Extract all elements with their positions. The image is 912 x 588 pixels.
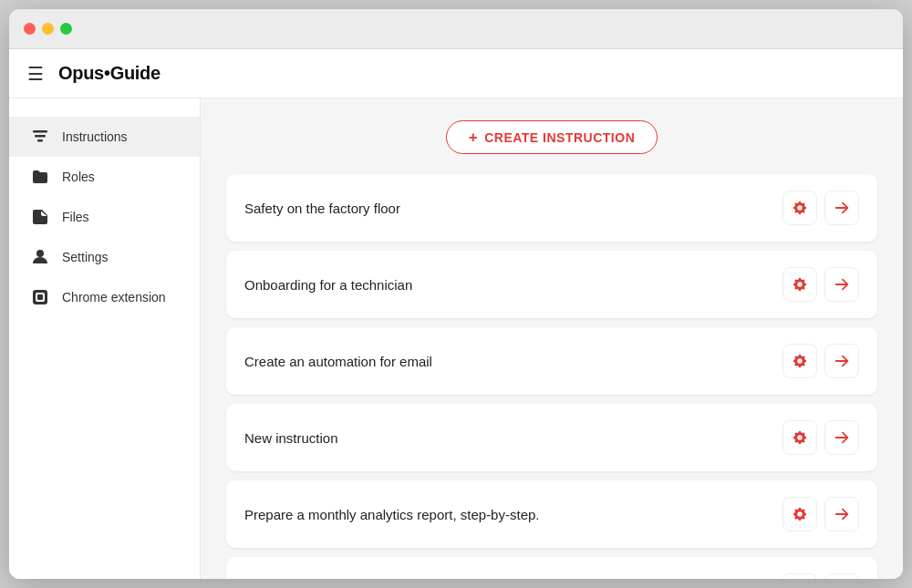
create-instruction-button[interactable]: + CREATE INSTRUCTION [446, 120, 658, 154]
instruction-open-button[interactable] [824, 191, 859, 225]
instruction-card: New instruction [226, 404, 877, 471]
instruction-card: Onboarding for a technician [226, 251, 877, 318]
filter-icon [31, 128, 49, 146]
sidebar-item-files[interactable]: Files [9, 197, 200, 237]
card-actions [782, 267, 859, 302]
close-button[interactable] [24, 23, 36, 35]
app-logo: Opus•Guide [58, 63, 161, 84]
instruction-card: Prepare a monthly analytics report, step… [226, 480, 877, 548]
instruction-open-button[interactable] [824, 420, 859, 455]
card-actions [782, 420, 859, 455]
instruction-settings-button[interactable] [782, 344, 817, 378]
sidebar-label-settings: Settings [62, 250, 109, 264]
card-actions [782, 573, 859, 579]
chrome-icon [31, 288, 49, 306]
sidebar: Instructions Roles Files [9, 98, 201, 579]
instruction-title: Create an automation for email [244, 354, 432, 369]
card-actions [782, 191, 859, 225]
sidebar-label-files: Files [62, 210, 89, 224]
create-button-label: CREATE INSTRUCTION [484, 130, 635, 145]
instruction-list: Safety on the factory floor Onboarding f… [226, 174, 877, 579]
instruction-title: Safety on the factory floor [244, 201, 400, 216]
instruction-card: Safety on the factory floor [226, 174, 877, 242]
instruction-card: Onboarding: Engineer [226, 557, 877, 579]
sidebar-label-chrome-extension: Chrome extension [62, 290, 166, 304]
logo-text-opus: Opus [58, 63, 104, 83]
svg-point-3 [36, 250, 44, 257]
sidebar-item-chrome-extension[interactable]: Chrome extension [9, 277, 200, 317]
app-window: ☰ Opus•Guide Instructions [9, 9, 903, 579]
instruction-settings-button[interactable] [782, 267, 817, 302]
sidebar-label-instructions: Instructions [62, 129, 128, 144]
instruction-open-button[interactable] [824, 267, 859, 302]
person-icon [31, 248, 49, 266]
instruction-card: Create an automation for email [226, 327, 877, 395]
svg-rect-6 [37, 294, 43, 300]
instruction-settings-button[interactable] [782, 573, 817, 579]
sidebar-item-roles[interactable]: Roles [9, 157, 200, 197]
card-actions [782, 497, 859, 531]
svg-rect-1 [35, 135, 46, 138]
hamburger-icon[interactable]: ☰ [27, 63, 44, 85]
card-actions [782, 344, 859, 378]
plus-icon: + [469, 129, 478, 145]
top-nav: ☰ Opus•Guide [9, 49, 903, 98]
maximize-button[interactable] [60, 23, 72, 35]
content-area: + CREATE INSTRUCTION Safety on the facto… [201, 98, 903, 579]
instruction-title: Prepare a monthly analytics report, step… [244, 507, 539, 522]
sidebar-item-settings[interactable]: Settings [9, 237, 200, 277]
title-bar [9, 9, 903, 49]
logo-text-guide: Guide [110, 63, 161, 83]
traffic-lights [24, 23, 72, 35]
sidebar-label-roles: Roles [62, 170, 95, 184]
create-button-wrapper: + CREATE INSTRUCTION [226, 120, 877, 154]
svg-rect-0 [33, 130, 47, 133]
instruction-title: New instruction [244, 430, 338, 446]
instruction-open-button[interactable] [824, 497, 859, 531]
minimize-button[interactable] [42, 23, 54, 35]
sidebar-item-instructions[interactable]: Instructions [9, 117, 200, 157]
instruction-title: Onboarding for a technician [244, 277, 412, 293]
instruction-settings-button[interactable] [782, 497, 817, 531]
instruction-open-button[interactable] [824, 573, 859, 579]
instruction-open-button[interactable] [824, 344, 859, 378]
file-icon [31, 208, 49, 226]
instruction-settings-button[interactable] [782, 191, 817, 225]
svg-rect-2 [37, 139, 43, 142]
instruction-settings-button[interactable] [782, 420, 817, 455]
folder-icon [31, 168, 49, 186]
logo-dot: • [104, 63, 110, 83]
main-layout: Instructions Roles Files [9, 98, 903, 579]
